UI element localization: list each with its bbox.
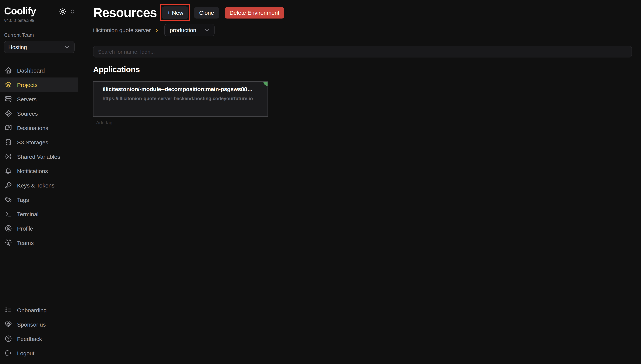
sidebar-item-label: Teams: [17, 240, 34, 246]
breadcrumb-project[interactable]: illicitonion quote server: [93, 27, 151, 33]
database-icon: [5, 138, 12, 146]
sidebar-item-feedback[interactable]: Feedback: [0, 332, 78, 346]
help-circle-icon: [5, 335, 12, 342]
chevrons-up-down-icon[interactable]: [70, 9, 75, 14]
application-card[interactable]: illicitestonion/-module--decomposition:m…: [93, 81, 268, 117]
sidebar-item-dashboard[interactable]: Dashboard: [0, 63, 78, 78]
new-button-wrap: + New: [162, 6, 188, 19]
app-logo[interactable]: Coolify: [4, 5, 36, 17]
heart-handshake-icon: [5, 320, 12, 328]
sidebar-item-onboarding[interactable]: Onboarding: [0, 303, 78, 317]
environment-select-value: production: [170, 27, 196, 33]
theme-sun-icon[interactable]: [59, 8, 66, 15]
current-team-label: Current Team: [4, 32, 77, 38]
sidebar-item-label: Sources: [17, 110, 38, 116]
layers-icon: [5, 81, 12, 88]
sidebar-item-sources[interactable]: Sources: [0, 106, 78, 120]
variable-icon: [5, 153, 12, 160]
new-button[interactable]: + New: [162, 6, 188, 19]
applications-section-title: Applications: [93, 65, 632, 74]
chevron-right-icon: [154, 28, 159, 33]
sidebar-item-sponsor-us[interactable]: Sponsor us: [0, 317, 78, 332]
sidebar-item-label: Dashboard: [17, 67, 45, 74]
delete-environment-button[interactable]: Delete Environment: [225, 7, 284, 18]
sidebar-item-terminal[interactable]: Terminal: [0, 207, 78, 221]
logout-icon: [5, 349, 12, 357]
environment-select[interactable]: production: [164, 24, 214, 36]
users-icon: [5, 239, 12, 246]
logo-block: Coolify v4.0.0-beta.399: [4, 5, 36, 23]
sidebar-item-label: Notifications: [17, 168, 48, 174]
app-version: v4.0.0-beta.399: [4, 18, 36, 23]
sidebar-item-label: Logout: [17, 350, 35, 356]
sidebar-item-servers[interactable]: Servers: [0, 92, 78, 106]
breadcrumb: illicitonion quote server production: [93, 24, 632, 36]
sidebar-item-label: Shared Variables: [17, 153, 60, 160]
application-url: https://illicitonion-quote-server-backen…: [103, 96, 258, 101]
sidebar-item-teams[interactable]: Teams: [0, 236, 78, 250]
sidebar-item-label: Tags: [17, 196, 29, 203]
sidebar-item-tags[interactable]: Tags: [0, 192, 78, 207]
home-icon: [5, 66, 12, 74]
search-input[interactable]: [93, 46, 632, 58]
sidebar-item-label: Feedback: [17, 336, 42, 342]
sidebar-item-logout[interactable]: Logout: [0, 346, 78, 360]
page-header: Resources + New Clone Delete Environment: [93, 5, 632, 20]
sidebar-item-label: Destinations: [17, 124, 48, 131]
page-title: Resources: [93, 5, 157, 20]
sidebar-item-label: Onboarding: [17, 307, 47, 313]
sidebar-item-label: S3 Storages: [17, 139, 48, 145]
clone-button[interactable]: Clone: [194, 7, 219, 18]
bell-icon: [5, 167, 12, 175]
team-select-value: Hosting: [8, 44, 27, 50]
main-content: Resources + New Clone Delete Environment…: [81, 0, 641, 364]
sidebar-header-icons: [59, 8, 75, 15]
sidebar-item-projects[interactable]: Projects: [0, 78, 78, 92]
user-circle-icon: [5, 224, 12, 232]
sidebar-item-label: Terminal: [17, 211, 39, 217]
sidebar-item-label: Servers: [17, 96, 37, 102]
sidebar-item-destinations[interactable]: Destinations: [0, 120, 78, 135]
sidebar-item-label: Keys & Tokens: [17, 182, 55, 188]
sidebar-header: Coolify v4.0.0-beta.399: [0, 5, 81, 23]
sidebar-item-notifications[interactable]: Notifications: [0, 164, 78, 178]
sidebar-item-profile[interactable]: Profile: [0, 221, 78, 236]
coolify-app: Coolify v4.0.0-beta.399 Current Team Hos…: [0, 0, 641, 364]
tag-icon: [5, 196, 12, 203]
sidebar-nav: Dashboard Projects Servers Sources Desti…: [0, 63, 81, 250]
key-icon: [5, 182, 12, 189]
sidebar-item-label: Sponsor us: [17, 321, 46, 328]
server-icon: [5, 95, 12, 103]
sidebar-item-keys-tokens[interactable]: Keys & Tokens: [0, 178, 78, 192]
sidebar-footer-nav: Onboarding Sponsor us Feedback Logout: [0, 303, 81, 360]
sidebar-item-label: Profile: [17, 225, 33, 232]
add-tag-button[interactable]: Add tag: [96, 120, 632, 126]
terminal-icon: [5, 210, 12, 218]
sidebar-item-label: Projects: [17, 82, 38, 88]
sidebar-item-shared-variables[interactable]: Shared Variables: [0, 149, 78, 164]
chevron-down-icon: [64, 44, 70, 50]
status-running-indicator: [263, 81, 268, 86]
sidebar: Coolify v4.0.0-beta.399 Current Team Hos…: [0, 0, 81, 364]
map-icon: [5, 124, 12, 132]
git-icon: [5, 110, 12, 117]
application-title: illicitestonion/-module--decomposition:m…: [103, 86, 258, 92]
sidebar-item-s3-storages[interactable]: S3 Storages: [0, 135, 78, 149]
checklist-icon: [5, 306, 12, 314]
team-select[interactable]: Hosting: [4, 41, 75, 53]
chevron-down-icon: [204, 27, 210, 33]
